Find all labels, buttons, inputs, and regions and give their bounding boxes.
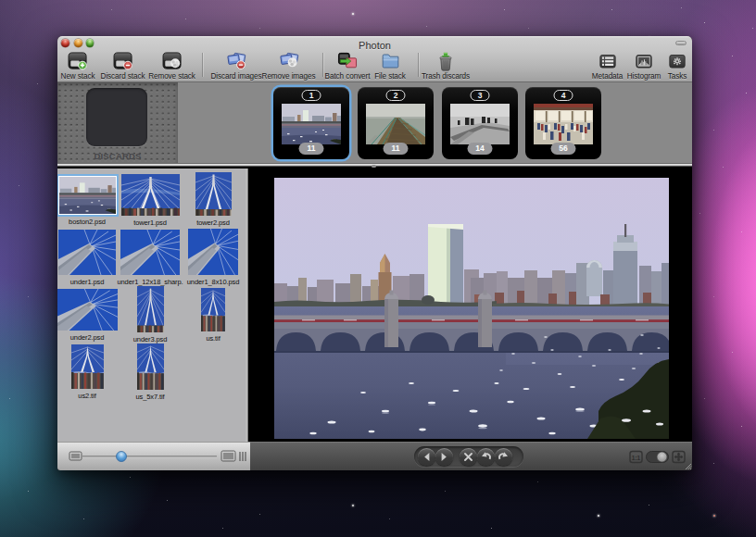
svg-text:1:1: 1:1 <box>632 455 641 461</box>
